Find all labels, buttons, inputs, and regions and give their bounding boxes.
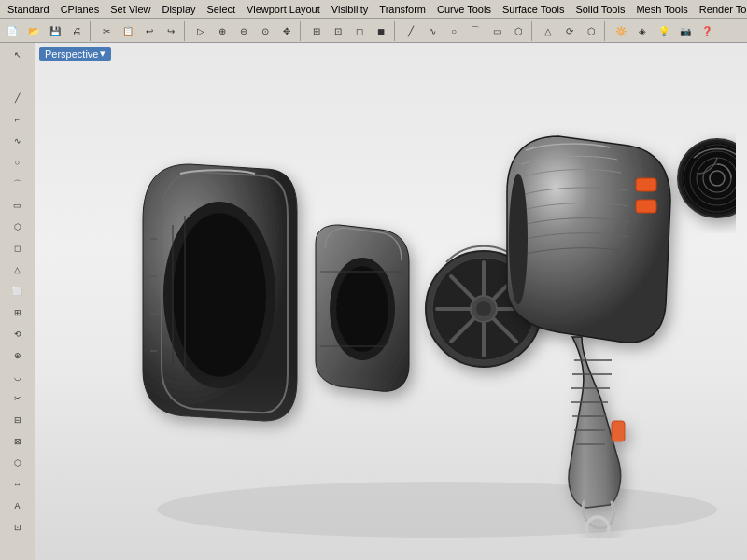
menu-surface-tools[interactable]: Surface Tools [497, 3, 570, 16]
menu-bar: Standard CPlanes Set View Display Select… [0, 0, 747, 19]
lt-join[interactable]: ⊠ [3, 431, 33, 452]
separator-6 [604, 21, 608, 41]
render-button[interactable]: 🔆 [611, 21, 631, 41]
snap-button[interactable]: ⊡ [328, 21, 348, 41]
separator-5 [531, 21, 535, 41]
menu-display[interactable]: Display [156, 3, 201, 16]
menu-curve-tools[interactable]: Curve Tools [431, 3, 497, 16]
viewport[interactable]: Perspective ▾ [35, 43, 747, 560]
left-toolbar: ↖ · ╱ ⌐ ∿ ○ ⌒ ▭ ⬡ ◻ △ ⬜ ⊞ ⟲ ⊕ ◡ ✂ ⊟ ⊠ ⬡ … [0, 43, 35, 560]
lt-surface[interactable]: ◻ [3, 238, 33, 259]
viewport-name: Perspective [45, 49, 98, 60]
lt-mesh[interactable]: ⊞ [3, 302, 33, 323]
menu-select[interactable]: Select [202, 3, 242, 16]
rectangle-button[interactable]: ▭ [486, 21, 507, 41]
menu-transform[interactable]: Transform [374, 3, 431, 16]
lt-select[interactable]: ↖ [3, 45, 33, 65]
copy-button[interactable]: 📋 [118, 21, 138, 41]
separator-2 [184, 21, 188, 41]
svg-rect-21 [636, 178, 656, 191]
svg-point-6 [336, 266, 388, 352]
lt-boolean[interactable]: ⊕ [3, 345, 33, 366]
extrude-button[interactable]: △ [538, 21, 558, 41]
wireframe-button[interactable]: ◻ [349, 21, 370, 41]
material-button[interactable]: ◈ [632, 21, 653, 41]
pan-button[interactable]: ✥ [276, 21, 297, 41]
lt-point[interactable]: · [3, 66, 33, 87]
lt-line[interactable]: ╱ [3, 88, 33, 108]
print-button[interactable]: 🖨 [66, 21, 87, 41]
toolbar: 📄 📂 💾 🖨 ✂ 📋 ↩ ↪ ▷ ⊕ ⊖ ⊙ ✥ ⊞ ⊡ ◻ ◼ ╱ ∿ ○ … [0, 19, 747, 43]
arc-button[interactable]: ⌒ [465, 21, 486, 41]
lt-transform[interactable]: ⟲ [3, 324, 33, 344]
save-button[interactable]: 💾 [45, 21, 65, 41]
zoom-out-button[interactable]: ⊖ [233, 21, 254, 41]
menu-viewport-layout[interactable]: Viewport Layout [241, 3, 326, 16]
lt-split[interactable]: ⊟ [3, 410, 33, 430]
cut-button[interactable]: ✂ [96, 21, 117, 41]
lt-polyline[interactable]: ⌐ [3, 109, 33, 130]
curve-button[interactable]: ∿ [422, 21, 443, 41]
3d-scene [35, 43, 747, 560]
svg-rect-22 [636, 200, 656, 213]
open-button[interactable]: 📂 [23, 21, 44, 41]
line-button[interactable]: ╱ [401, 21, 421, 41]
lt-trim[interactable]: ✂ [3, 388, 33, 409]
circle-button[interactable]: ○ [444, 21, 464, 41]
grid-button[interactable]: ⊞ [306, 21, 327, 41]
lt-polygon[interactable]: ⬡ [3, 217, 33, 237]
main-area: ↖ · ╱ ⌐ ∿ ○ ⌒ ▭ ⬡ ◻ △ ⬜ ⊞ ⟲ ⊕ ◡ ✂ ⊟ ⊠ ⬡ … [0, 43, 747, 560]
menu-render-tools[interactable]: Render Tools [694, 3, 747, 16]
separator-4 [394, 21, 398, 41]
svg-point-2 [173, 213, 266, 377]
menu-standard[interactable]: Standard [2, 3, 55, 16]
loft-button[interactable]: ⬡ [581, 21, 601, 41]
lt-solid[interactable]: ⬜ [3, 281, 33, 301]
viewport-label[interactable]: Perspective ▾ [39, 47, 111, 61]
help-button[interactable]: ❓ [697, 21, 717, 41]
revolve-button[interactable]: ⟳ [559, 21, 580, 41]
zoom-in-button[interactable]: ⊕ [212, 21, 233, 41]
lt-extrude[interactable]: △ [3, 259, 33, 280]
polygon-button[interactable]: ⬡ [508, 21, 529, 41]
lt-rect[interactable]: ▭ [3, 195, 33, 216]
lt-arc[interactable]: ⌒ [3, 174, 33, 194]
redo-button[interactable]: ↪ [161, 21, 181, 41]
lt-fillet[interactable]: ◡ [3, 367, 33, 387]
menu-visibility[interactable]: Visibility [326, 3, 374, 16]
lt-circle[interactable]: ○ [3, 152, 33, 173]
camera-button[interactable]: 📷 [675, 21, 696, 41]
separator-3 [300, 21, 303, 41]
svg-point-20 [476, 301, 491, 316]
zoom-all-button[interactable]: ⊙ [255, 21, 275, 41]
lt-group[interactable]: ⬡ [3, 453, 33, 473]
menu-solid-tools[interactable]: Solid Tools [570, 3, 630, 16]
lt-snap[interactable]: ⊡ [3, 517, 33, 538]
menu-cplanes[interactable]: CPlanes [55, 3, 106, 16]
ground-plane [35, 373, 747, 560]
menu-mesh-tools[interactable]: Mesh Tools [630, 3, 693, 16]
separator-1 [90, 21, 93, 41]
viewport-dropdown-icon: ▾ [100, 48, 106, 60]
new-button[interactable]: 📄 [2, 21, 22, 41]
undo-button[interactable]: ↩ [139, 21, 160, 41]
menu-set-view[interactable]: Set View [105, 3, 156, 16]
shaded-button[interactable]: ◼ [371, 21, 391, 41]
svg-point-23 [509, 174, 528, 304]
lt-curve[interactable]: ∿ [3, 131, 33, 151]
light-button[interactable]: 💡 [654, 21, 674, 41]
select-button[interactable]: ▷ [190, 21, 211, 41]
lt-text[interactable]: A [3, 496, 33, 516]
lt-dim[interactable]: ↔ [3, 474, 33, 495]
